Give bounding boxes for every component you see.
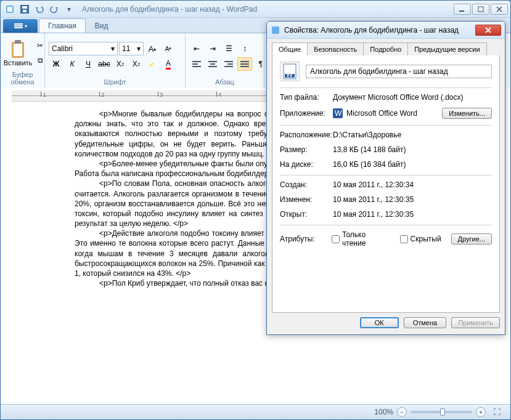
ok-button[interactable]: ОК bbox=[360, 317, 399, 328]
tab-home[interactable]: Главная bbox=[39, 18, 86, 33]
hidden-checkbox[interactable]: Скрытый bbox=[400, 235, 441, 243]
hidden-label: Скрытый bbox=[411, 235, 441, 243]
val-size: 13,8 КБ (14 188 байт) bbox=[333, 145, 492, 154]
readonly-checkbox[interactable]: Только чтение bbox=[332, 230, 390, 248]
lbl-created: Создан: bbox=[280, 180, 333, 189]
zoom-out-button[interactable]: − bbox=[397, 407, 407, 417]
svg-rect-16 bbox=[208, 61, 217, 62]
superscript-icon[interactable]: X2 bbox=[129, 57, 144, 71]
zoom-in-button[interactable]: + bbox=[476, 407, 486, 417]
font-size-combo[interactable]: 11▾ bbox=[119, 42, 144, 55]
align-center-icon[interactable] bbox=[205, 57, 220, 71]
inc-indent-icon[interactable]: ⇥ bbox=[205, 42, 220, 55]
strike-icon[interactable]: abc bbox=[97, 57, 112, 71]
align-justify-icon[interactable] bbox=[237, 57, 252, 71]
line-spacing-icon[interactable]: ↕ bbox=[237, 42, 252, 55]
quick-access-toolbar: ▾ bbox=[3, 2, 76, 16]
undo-icon[interactable] bbox=[33, 2, 46, 16]
highlight-icon[interactable] bbox=[145, 57, 160, 71]
grow-font-icon[interactable]: A▴ bbox=[145, 42, 160, 55]
svg-rect-9 bbox=[14, 27, 23, 28]
subscript-icon[interactable]: X2 bbox=[113, 57, 128, 71]
bold-icon[interactable]: Ж bbox=[49, 57, 63, 71]
svg-rect-7 bbox=[14, 23, 23, 25]
bullets-icon[interactable]: ☰ bbox=[221, 42, 236, 55]
zoom-slider[interactable] bbox=[411, 411, 472, 413]
group-font-label: Шрифт bbox=[49, 77, 181, 86]
file-menu[interactable]: ▾ bbox=[3, 19, 38, 33]
svg-rect-24 bbox=[240, 66, 249, 67]
lbl-accessed: Открыт: bbox=[280, 210, 333, 219]
tab-view[interactable]: Вид bbox=[86, 18, 118, 33]
fit-width-icon[interactable]: ⛶ bbox=[489, 405, 504, 419]
qat-dropdown-icon[interactable]: ▾ bbox=[62, 2, 76, 16]
svg-rect-5 bbox=[459, 10, 464, 12]
align-right-icon[interactable] bbox=[221, 57, 236, 71]
lbl-modified: Изменен: bbox=[280, 195, 333, 204]
cancel-button[interactable]: Отмена bbox=[404, 317, 446, 328]
dialog-close-button[interactable] bbox=[475, 25, 501, 36]
dec-indent-icon[interactable]: ⇤ bbox=[189, 42, 204, 55]
group-paragraph-label: Абзац bbox=[189, 77, 260, 86]
svg-rect-25 bbox=[272, 26, 279, 34]
paste-button[interactable]: Вставить bbox=[4, 39, 31, 67]
svg-rect-1 bbox=[7, 7, 12, 12]
group-clipboard-label: Буфер обмена bbox=[4, 70, 41, 86]
group-font: Calibri▾ 11▾ A▴ A▾ Ж К Ч abc X2 X2 A bbox=[45, 33, 186, 88]
close-button[interactable] bbox=[491, 4, 508, 15]
font-name-combo[interactable]: Calibri▾ bbox=[49, 42, 118, 55]
dialog-buttons: ОК Отмена Применить bbox=[272, 317, 500, 328]
app-menu-icon[interactable] bbox=[3, 2, 17, 16]
clipboard-icon bbox=[8, 39, 28, 59]
readonly-label: Только чтение bbox=[342, 230, 390, 248]
dialog-title: Свойства: Алкоголь для бодибилдинга - ша… bbox=[284, 26, 475, 34]
maximize-button[interactable] bbox=[472, 4, 489, 15]
val-disk: 16,0 КБ (16 384 байт) bbox=[333, 160, 492, 169]
file-type-icon: W bbox=[280, 62, 300, 81]
redo-icon[interactable] bbox=[47, 2, 61, 16]
lbl-disk: На диске: bbox=[280, 160, 333, 169]
properties-dialog: Свойства: Алкоголь для бодибилдинга - ша… bbox=[266, 21, 505, 335]
italic-icon[interactable]: К bbox=[65, 57, 80, 71]
svg-rect-17 bbox=[210, 63, 215, 65]
val-created: 10 мая 2011 г., 12:30:34 bbox=[333, 180, 492, 189]
lbl-type: Тип файла: bbox=[280, 93, 333, 102]
svg-text:W: W bbox=[335, 109, 342, 118]
font-color-icon[interactable]: A bbox=[161, 57, 176, 71]
minimize-button[interactable] bbox=[454, 4, 471, 15]
apply-button[interactable]: Применить bbox=[451, 317, 500, 328]
group-paragraph: ⇤ ⇥ ☰ ↕ ¶ Абзац bbox=[186, 33, 264, 88]
svg-rect-11 bbox=[14, 44, 22, 56]
align-left-icon[interactable] bbox=[189, 57, 204, 71]
tab-security[interactable]: Безопасность bbox=[307, 42, 364, 55]
window-controls bbox=[454, 4, 508, 15]
other-attrs-button[interactable]: Другие... bbox=[451, 233, 492, 244]
svg-rect-15 bbox=[192, 66, 201, 67]
val-type: Документ Microsoft Office Word (.docx) bbox=[333, 93, 492, 102]
tab-general[interactable]: Общие bbox=[272, 42, 308, 55]
zoom-label: 100% bbox=[374, 408, 393, 416]
group-clipboard: Вставить ✂ ⧉ Буфер обмена bbox=[1, 33, 45, 88]
tab-general-body: W Тип файла:Документ Microsoft Office Wo… bbox=[272, 55, 500, 313]
val-app: Microsoft Office Word bbox=[346, 109, 417, 118]
filename-input[interactable] bbox=[306, 65, 492, 78]
font-name-value: Calibri bbox=[52, 44, 73, 53]
tab-details[interactable]: Подробно bbox=[363, 42, 408, 55]
window-title: Алкоголь для бодибилдинга - шаг назад - … bbox=[82, 5, 257, 14]
underline-icon[interactable]: Ч bbox=[81, 57, 96, 71]
shrink-font-icon[interactable]: A▾ bbox=[161, 42, 176, 55]
dialog-tabs: Общие Безопасность Подробно Предыдущие в… bbox=[267, 39, 505, 55]
lbl-loc: Расположение: bbox=[280, 131, 333, 139]
lbl-attrs: Атрибуты: bbox=[280, 235, 332, 243]
val-modified: 10 мая 2011 г., 12:30:35 bbox=[333, 195, 492, 204]
tab-previous-versions[interactable]: Предыдущие версии bbox=[407, 42, 486, 55]
lbl-app: Приложение: bbox=[280, 109, 333, 118]
dialog-title-bar[interactable]: Свойства: Алкоголь для бодибилдинга - ша… bbox=[267, 22, 505, 39]
status-bar: 100% − + ⛶ bbox=[1, 404, 510, 419]
change-app-button[interactable]: Изменить... bbox=[442, 108, 492, 119]
save-icon[interactable] bbox=[18, 2, 31, 16]
lbl-size: Размер: bbox=[280, 145, 333, 154]
zoom-thumb[interactable] bbox=[440, 408, 445, 416]
val-loc: D:\Статьи\Здоровье bbox=[333, 131, 492, 139]
svg-rect-20 bbox=[227, 63, 233, 65]
